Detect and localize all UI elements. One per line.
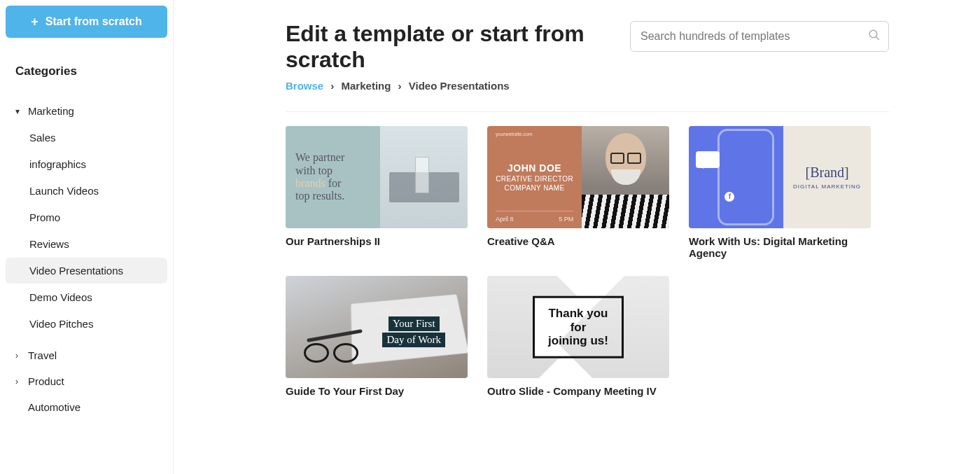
template-card-work-with-us[interactable]: f [Brand] DIGITAL MARKETING Work With Us… bbox=[689, 126, 871, 259]
template-card-our-partnerships[interactable]: We partner with top brands for top resul… bbox=[286, 126, 468, 259]
category-automotive[interactable]: Automotive bbox=[6, 394, 167, 420]
template-thumbnail: f [Brand] DIGITAL MARKETING bbox=[689, 126, 871, 228]
breadcrumb-level2: Video Presentations bbox=[409, 80, 510, 92]
subcategory-video-presentations[interactable]: Video Presentations bbox=[6, 258, 167, 284]
template-title: Work With Us: Digital Marketing Agency bbox=[689, 235, 871, 259]
template-card-outro-slide[interactable]: Thank you for joining us! Outro Slide - … bbox=[487, 276, 669, 397]
subcategory-promo[interactable]: Promo bbox=[6, 204, 167, 230]
template-card-first-day[interactable]: WHAT TO EXPECT ON Your First Day of Work… bbox=[286, 276, 468, 397]
breadcrumb-level1[interactable]: Marketing bbox=[342, 80, 391, 92]
subcategory-demo-videos[interactable]: Demo Videos bbox=[6, 284, 167, 310]
template-title: Creative Q&A bbox=[487, 235, 669, 247]
page-title: Edit a template or start from scratch bbox=[286, 21, 616, 73]
template-grid: We partner with top brands for top resul… bbox=[286, 126, 889, 397]
breadcrumb-root[interactable]: Browse bbox=[286, 80, 323, 92]
sidebar: + Start from scratch Categories ▾ Market… bbox=[0, 0, 174, 474]
category-label: Marketing bbox=[28, 105, 74, 117]
start-from-scratch-label: Start from scratch bbox=[46, 15, 142, 28]
divider bbox=[286, 111, 889, 112]
category-label: Automotive bbox=[28, 401, 80, 413]
subcategory-infographics[interactable]: infographics bbox=[6, 151, 167, 177]
template-thumbnail: We partner with top brands for top resul… bbox=[286, 126, 468, 228]
template-thumbnail: yourwebsite.com JOHN DOE CREATIVE DIRECT… bbox=[487, 126, 669, 228]
plus-icon: + bbox=[31, 15, 38, 28]
main-content: Edit a template or start from scratch Br… bbox=[174, 0, 980, 474]
template-card-creative-qa[interactable]: yourwebsite.com JOHN DOE CREATIVE DIRECT… bbox=[487, 126, 669, 259]
template-title: Outro Slide - Company Meeting IV bbox=[487, 385, 669, 397]
search-input[interactable] bbox=[630, 21, 889, 52]
subcategory-sales[interactable]: Sales bbox=[6, 125, 167, 151]
template-title: Guide To Your First Day bbox=[286, 385, 468, 397]
subcategory-reviews[interactable]: Reviews bbox=[6, 231, 167, 257]
breadcrumb: Browse › Marketing › Video Presentations bbox=[286, 80, 616, 92]
template-title: Our Partnerships II bbox=[286, 235, 468, 247]
breadcrumb-sep: › bbox=[398, 80, 402, 92]
breadcrumb-sep: › bbox=[330, 80, 334, 92]
marketing-subcategories: Sales infographics Launch Videos Promo R… bbox=[6, 125, 167, 337]
chevron-down-icon: ▾ bbox=[15, 106, 25, 116]
chevron-right-icon: › bbox=[15, 351, 25, 361]
categories-heading: Categories bbox=[6, 59, 167, 84]
category-product[interactable]: › Product bbox=[6, 368, 167, 394]
category-travel[interactable]: › Travel bbox=[6, 342, 167, 368]
template-thumbnail: Thank you for joining us! bbox=[487, 276, 669, 378]
search-wrap bbox=[630, 21, 889, 52]
subcategory-launch-videos[interactable]: Launch Videos bbox=[6, 178, 167, 204]
category-marketing[interactable]: ▾ Marketing bbox=[6, 98, 167, 124]
category-label: Product bbox=[28, 375, 64, 387]
subcategory-video-pitches[interactable]: Video Pitches bbox=[6, 311, 167, 337]
category-label: Travel bbox=[28, 349, 57, 361]
chevron-right-icon: › bbox=[15, 377, 25, 386]
template-thumbnail: WHAT TO EXPECT ON Your First Day of Work bbox=[286, 276, 468, 378]
start-from-scratch-button[interactable]: + Start from scratch bbox=[6, 6, 167, 38]
